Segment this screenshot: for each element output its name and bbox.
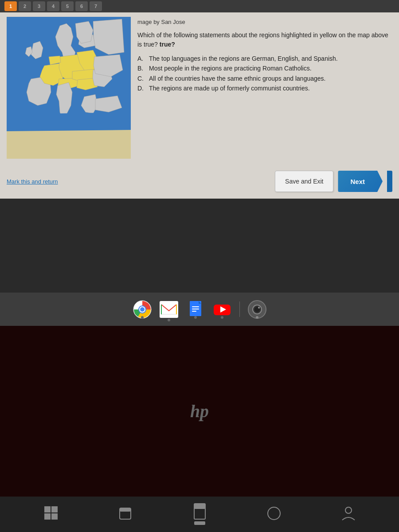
image-credit: mage by San Jose xyxy=(137,17,392,25)
docs-icon[interactable] xyxy=(186,300,205,319)
bottom-icon-5[interactable] xyxy=(341,506,356,523)
map-image xyxy=(7,17,131,159)
bottom-icon-1[interactable] xyxy=(43,505,59,524)
next-button-edge xyxy=(387,171,392,192)
svg-point-24 xyxy=(345,507,352,513)
laptop-screen: hp xyxy=(0,326,399,497)
question-body: Which of the following statements about … xyxy=(137,31,388,48)
bottom-icon-2[interactable] xyxy=(117,506,133,523)
answer-d-letter: D. xyxy=(137,83,146,93)
bottom-icon-4[interactable] xyxy=(266,506,282,523)
nav-btn-2[interactable]: 2 xyxy=(19,1,31,11)
question-text: Which of the following statements about … xyxy=(137,31,392,49)
nav-btn-7[interactable]: 7 xyxy=(90,1,102,11)
mark-return-link[interactable]: Mark this and return xyxy=(7,178,58,185)
nav-btn-5[interactable]: 5 xyxy=(61,1,74,11)
answer-list: A. The top languages in the regions are … xyxy=(137,54,392,94)
svg-rect-19 xyxy=(120,508,131,512)
camera-icon[interactable] xyxy=(248,300,266,319)
action-buttons: Save and Exit Next xyxy=(275,171,392,192)
svg-rect-21 xyxy=(194,504,205,509)
youtube-icon[interactable] xyxy=(213,300,231,319)
svg-point-17 xyxy=(258,307,260,309)
save-exit-button[interactable]: Save and Exit xyxy=(275,171,333,192)
gmail-icon[interactable] xyxy=(160,301,178,318)
svg-rect-9 xyxy=(192,306,199,307)
action-bar: Mark this and return Save and Exit Next xyxy=(7,169,392,192)
chrome-icon[interactable] xyxy=(133,300,152,319)
answer-c-letter: C. xyxy=(137,74,146,83)
answer-c-text: All of the countries have the same ethni… xyxy=(149,74,325,83)
bottom-taskbar xyxy=(0,497,399,532)
question-content: mage by San Jose Which of the following … xyxy=(0,12,399,199)
nav-btn-6[interactable]: 6 xyxy=(75,1,88,11)
bottom-icon-3[interactable] xyxy=(192,501,207,528)
svg-rect-10 xyxy=(192,309,199,309)
question-bold: true? xyxy=(160,41,175,48)
answer-c[interactable]: C. All of the countries have the same et… xyxy=(137,74,392,83)
taskbar xyxy=(0,293,399,326)
question-nav: 1 2 3 4 5 6 7 xyxy=(0,0,399,12)
answer-a-text: The top languages in the regions are Ger… xyxy=(149,54,338,63)
answer-b[interactable]: B. Most people in the regions are practi… xyxy=(137,63,392,73)
svg-rect-22 xyxy=(194,521,205,525)
answer-a[interactable]: A. The top languages in the regions are … xyxy=(137,54,392,63)
svg-point-23 xyxy=(268,507,280,520)
svg-rect-11 xyxy=(192,311,196,312)
answer-a-letter: A. xyxy=(137,54,146,63)
taskbar-separator xyxy=(239,301,240,317)
answer-d-text: The regions are made up of formerly comm… xyxy=(149,83,310,93)
answer-b-text: Most people in the regions are practicin… xyxy=(149,63,312,73)
svg-rect-1 xyxy=(7,128,131,159)
answer-d[interactable]: D. The regions are made up of formerly c… xyxy=(137,83,392,93)
nav-btn-4[interactable]: 4 xyxy=(47,1,59,11)
nav-btn-1[interactable]: 1 xyxy=(4,1,17,11)
svg-point-5 xyxy=(140,307,145,312)
answer-b-letter: B. xyxy=(137,63,146,73)
nav-btn-3[interactable]: 3 xyxy=(33,1,45,11)
hp-logo: hp xyxy=(190,401,209,422)
next-button[interactable]: Next xyxy=(338,171,383,192)
